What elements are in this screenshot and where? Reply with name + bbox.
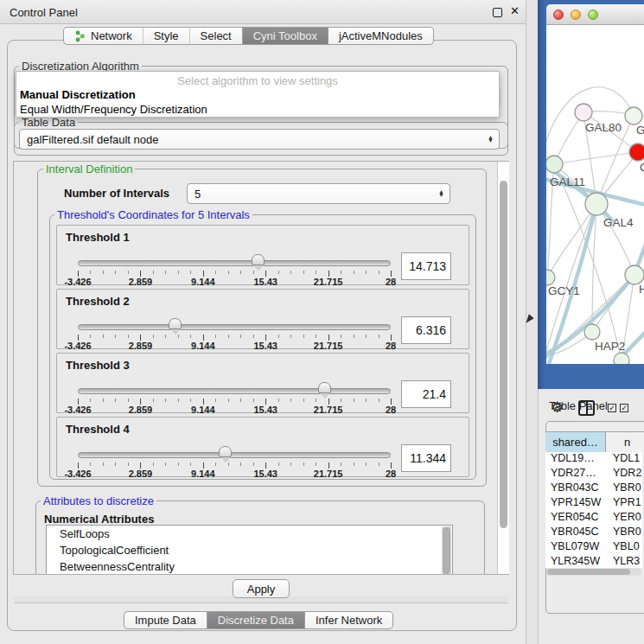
table-cell[interactable]: YBR045C (545, 526, 606, 540)
threshold-value-field[interactable]: 11.344 (401, 444, 451, 472)
slider-tick (366, 462, 367, 466)
zoom-traffic-light-icon[interactable] (588, 10, 598, 20)
network-window-titlebar[interactable] (546, 4, 644, 25)
table-cell[interactable]: YPR1 (606, 496, 642, 511)
group-title: Table Data (19, 116, 78, 129)
number-of-intervals-combobox[interactable]: 5 ▲▼ (187, 183, 450, 204)
table-row[interactable]: YDR27…YDR2 (545, 467, 642, 481)
checked-box-icon[interactable]: ✓ (608, 404, 616, 412)
table-cell[interactable]: YBR0 (606, 526, 642, 540)
slider-tick (290, 399, 291, 402)
tab-network[interactable]: Network (63, 27, 143, 45)
table-row[interactable]: YLR345WYLR3 (545, 555, 642, 568)
scrollbar-thumb[interactable] (443, 527, 450, 574)
table-cell[interactable]: YDL1 (606, 452, 642, 467)
slider-handle[interactable] (252, 254, 265, 265)
slider-tick (215, 399, 216, 402)
table-cell[interactable]: YDL19… (545, 452, 606, 467)
threshold-slider[interactable]: -3.4262.8599.14415.4321.71528 (78, 418, 391, 478)
numerical-attributes-list[interactable]: SelfLoopsTopologicalCoefficientBetweenne… (46, 525, 453, 575)
network-node-label: GCY1 (548, 284, 580, 297)
table-cell[interactable]: YBR043C (545, 481, 606, 496)
table-cell[interactable]: YBR0 (606, 481, 642, 496)
settings-vertical-scrollbar[interactable] (497, 162, 509, 574)
slider-track[interactable] (78, 452, 391, 458)
slider-tick (115, 271, 116, 274)
list-scrollbar[interactable] (442, 526, 451, 575)
table-cell[interactable]: YLR345W (545, 555, 606, 568)
close-traffic-light-icon[interactable] (553, 10, 564, 20)
table-horizontal-scrollbar[interactable] (546, 568, 641, 576)
table-cell[interactable]: YDR27… (545, 467, 606, 481)
attribute-list-item[interactable]: TopologicalCoefficient (47, 542, 452, 558)
table-cell[interactable]: YBL0 (606, 540, 642, 555)
attribute-list-item[interactable]: BetweennessCentrality (47, 558, 452, 575)
threshold-slider[interactable]: -3.4262.8599.14415.4321.71528 (78, 226, 391, 286)
network-node[interactable] (546, 156, 563, 173)
split-columns-icon[interactable] (578, 400, 595, 416)
table-row[interactable]: YBR043CYBR0 (545, 481, 642, 496)
slider-track[interactable] (78, 260, 391, 266)
threshold-value-field[interactable]: 21.4 (401, 380, 451, 408)
gear-icon[interactable]: ⚙ (551, 400, 564, 415)
scrollbar-thumb[interactable] (547, 569, 630, 575)
network-node[interactable] (625, 265, 644, 284)
checked-box-icon[interactable]: ✓ (620, 404, 628, 412)
network-node[interactable] (585, 193, 608, 215)
float-window-icon[interactable] (493, 8, 502, 17)
table-cell[interactable]: YPR145W (545, 496, 606, 511)
table-row[interactable]: YPR145WYPR1 (545, 496, 642, 511)
slider-tick (354, 335, 354, 338)
network-node[interactable] (575, 104, 592, 121)
column-header-shared-name[interactable]: shared… (545, 432, 606, 452)
table-cell[interactable]: YER0 (606, 511, 642, 526)
slider-tick (278, 399, 279, 402)
table-row[interactable]: YDL19…YDL1 (545, 452, 642, 467)
tab-discretize-data[interactable]: Discretize Data (207, 611, 305, 629)
network-node[interactable] (614, 353, 629, 364)
table-cell[interactable]: YER054C (545, 511, 606, 526)
threshold-value-field[interactable]: 6.316 (401, 316, 451, 344)
minimize-traffic-light-icon[interactable] (571, 10, 581, 20)
tab-infer-network[interactable]: Infer Network (305, 611, 393, 629)
network-node[interactable] (584, 324, 600, 340)
apply-button[interactable]: Apply (233, 579, 290, 598)
tab-select[interactable]: Select (189, 27, 242, 45)
table-row[interactable]: YER054CYER0 (545, 511, 642, 526)
threshold-slider[interactable]: -3.4262.8599.14415.4321.71528 (78, 354, 391, 414)
dropdown-option-equal-width[interactable]: Equal Width/Frequency Discretization (20, 103, 207, 116)
network-edge (554, 152, 638, 164)
axis-tick-label: 21.715 (314, 341, 343, 351)
network-node[interactable] (625, 107, 642, 124)
slider-handle[interactable] (318, 382, 331, 393)
slider-tick (265, 335, 266, 341)
close-icon[interactable]: ✕ (510, 4, 520, 17)
table-row[interactable]: YBL079WYBL0 (545, 540, 642, 555)
threshold-value-field[interactable]: 14.713 (401, 252, 451, 280)
scrollbar-thumb[interactable] (500, 181, 507, 528)
tab-style[interactable]: Style (143, 27, 189, 45)
attribute-list-item[interactable]: SelfLoops (47, 526, 452, 542)
table-cell[interactable]: YLR3 (606, 555, 642, 568)
slider-track[interactable] (78, 324, 391, 330)
slider-track[interactable] (78, 388, 391, 394)
slider-handle[interactable] (169, 318, 182, 329)
network-canvas[interactable]: GAL80GACGAL11GAL4GCY1HHAP2 (546, 25, 644, 364)
network-view-window[interactable]: GAL80GACGAL11GAL4GCY1HHAP2 (538, 0, 644, 389)
threshold-box: Threshold 4 -3.4262.8599.14415.4321.7152… (56, 417, 469, 477)
slider-tick (316, 462, 316, 466)
tab-impute-data[interactable]: Impute Data (124, 611, 207, 629)
network-node[interactable] (629, 143, 644, 161)
threshold-slider[interactable]: -3.4262.8599.14415.4321.71528 (78, 290, 391, 350)
table-row[interactable]: YBR045CYBR0 (545, 526, 642, 540)
table-cell[interactable]: YDR2 (606, 467, 642, 481)
network-node[interactable] (546, 270, 555, 285)
tab-jactivemnodules[interactable]: jActiveMNodules (328, 27, 434, 45)
table-data-combobox[interactable]: galFiltered.sif default node ▲▼ (19, 129, 500, 150)
tab-cyni-toolbox[interactable]: Cyni Toolbox (242, 27, 328, 45)
slider-handle[interactable] (219, 446, 232, 457)
table-cell[interactable]: YBL079W (545, 540, 606, 555)
column-header-name[interactable]: n (606, 432, 644, 452)
dropdown-option-manual[interactable]: Manual Discretization (20, 88, 136, 101)
slider-tick (341, 462, 341, 466)
